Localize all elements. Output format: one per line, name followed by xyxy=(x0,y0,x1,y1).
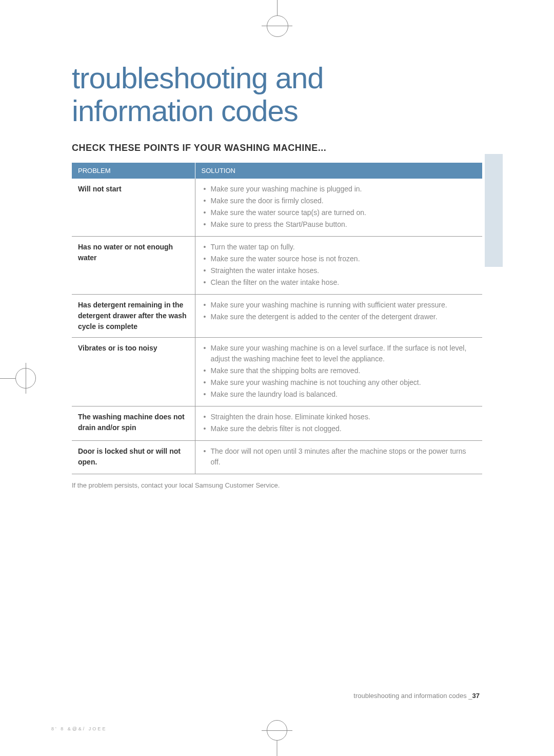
page-footer: troubleshooting and information codes _3… xyxy=(353,692,480,700)
table-row: The washing machine does not drain and/o… xyxy=(72,406,482,440)
header-solution: SOLUTION xyxy=(195,163,482,179)
solution-item: Straighten the water intake hoses. xyxy=(202,265,477,276)
solution-item: Turn the water tap on fully. xyxy=(202,242,477,253)
solution-item: Make sure the detergent is added to the … xyxy=(202,312,477,322)
page-content: troubleshooting and information codes CH… xyxy=(72,62,482,489)
footer-text: troubleshooting and information codes _ xyxy=(353,692,472,700)
problem-cell: Has no water or not enough water xyxy=(72,236,195,294)
page-title: troubleshooting and information codes xyxy=(72,62,482,127)
problem-cell: The washing machine does not drain and/o… xyxy=(72,406,195,440)
troubleshooting-table: PROBLEM SOLUTION Will not start Make sur… xyxy=(72,163,482,474)
problem-cell: Door is locked shut or will not open. xyxy=(72,440,195,474)
solution-item: Make sure the door is firmly closed. xyxy=(202,196,477,206)
solution-item: Make sure the laundry load is balanced. xyxy=(202,389,477,400)
solution-item: Make sure your washing machine is not to… xyxy=(202,377,477,388)
crop-cross-left-v xyxy=(26,363,26,394)
solution-item: The door will not open until 3 minutes a… xyxy=(202,446,477,468)
solution-item: Make sure your washing machine is plugge… xyxy=(202,184,477,195)
solution-item: Straighten the drain hose. Eliminate kin… xyxy=(202,412,477,422)
table-header-row: PROBLEM SOLUTION xyxy=(72,163,482,179)
solution-cell: The door will not open until 3 minutes a… xyxy=(195,440,482,474)
file-info: 8' 8 &@&/ JOEE xyxy=(51,726,107,731)
solution-item: Make sure your washing machine is on a l… xyxy=(202,343,477,364)
problem-cell: Vibrates or is too noisy xyxy=(72,337,195,406)
title-line-1: troubleshooting and xyxy=(72,61,324,94)
table-row: Will not start Make sure your washing ma… xyxy=(72,179,482,237)
table-row: Door is locked shut or will not open. Th… xyxy=(72,440,482,474)
problem-cell: Has detergent remaining in the detergent… xyxy=(72,294,195,337)
table-row: Vibrates or is too noisy Make sure your … xyxy=(72,337,482,406)
solution-item: Make sure that the shipping bolts are re… xyxy=(202,365,477,376)
solution-cell: Make sure your washing machine is runnin… xyxy=(195,294,482,337)
solution-item: Clean the filter on the water intake hos… xyxy=(202,277,477,288)
header-problem: PROBLEM xyxy=(72,163,195,179)
table-row: Has detergent remaining in the detergent… xyxy=(72,294,482,337)
solution-cell: Make sure your washing machine is plugge… xyxy=(195,179,482,237)
page-number: 37 xyxy=(472,692,480,700)
solution-item: Make sure to press the Start/Pause butto… xyxy=(202,219,477,230)
solution-cell: Turn the water tap on fully. Make sure t… xyxy=(195,236,482,294)
section-heading: CHECK THESE POINTS IF YOUR WASHING MACHI… xyxy=(72,143,482,153)
problem-cell: Will not start xyxy=(72,179,195,237)
table-row: Has no water or not enough water Turn th… xyxy=(72,236,482,294)
side-tab xyxy=(485,154,503,267)
solution-cell: Make sure your washing machine is on a l… xyxy=(195,337,482,406)
solution-item: Make sure the debris filter is not clogg… xyxy=(202,423,477,434)
solution-item: Make sure your washing machine is runnin… xyxy=(202,300,477,311)
solution-item: Make sure the water source hose is not f… xyxy=(202,254,477,264)
crop-cross-bottom xyxy=(262,720,292,741)
footer-note: If the problem persists, contact your lo… xyxy=(72,481,482,489)
crop-cross-top xyxy=(262,15,292,36)
title-line-2: information codes xyxy=(72,94,298,127)
solution-cell: Straighten the drain hose. Eliminate kin… xyxy=(195,406,482,440)
solution-item: Make sure the water source tap(s) are tu… xyxy=(202,207,477,218)
